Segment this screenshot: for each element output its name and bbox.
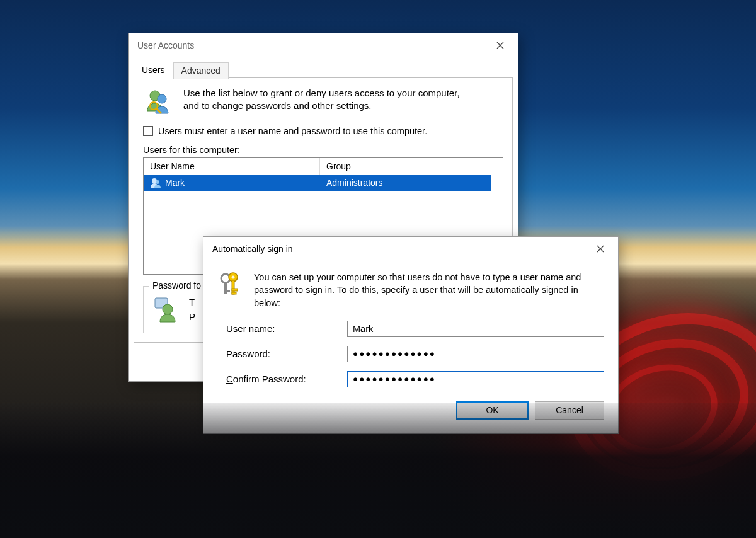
close-icon[interactable] xyxy=(587,239,614,258)
users-icon xyxy=(143,87,173,117)
confirm-password-field[interactable]: ●●●●●●●●●●●●● xyxy=(347,371,604,387)
tabs: Users Advanced xyxy=(129,57,518,77)
svg-point-7 xyxy=(163,304,173,314)
tab-users[interactable]: Users xyxy=(134,62,173,78)
svg-point-12 xyxy=(232,276,235,279)
confirm-password-label: Confirm Password: xyxy=(226,374,333,384)
svg-rect-15 xyxy=(232,292,236,294)
user-accounts-title: User Accounts xyxy=(137,40,486,50)
desktop-wallpaper: User Accounts Users Advanced xyxy=(0,0,756,538)
require-password-checkbox-row[interactable]: Users must enter a user name and passwor… xyxy=(143,126,503,136)
password-group-text-line1: T xyxy=(189,295,195,310)
user-row-group: Administrators xyxy=(320,175,491,191)
users-table-header: User Name Group xyxy=(144,158,503,175)
user-row-icon xyxy=(150,177,161,188)
ok-button[interactable]: OK xyxy=(456,401,529,420)
password-field[interactable]: ●●●●●●●●●●●●● xyxy=(347,346,604,362)
svg-rect-10 xyxy=(224,290,230,292)
password-groupbox-title: Password fo xyxy=(149,280,205,290)
cancel-button[interactable]: Cancel xyxy=(535,401,604,420)
user-row-name: Mark xyxy=(165,178,185,188)
svg-rect-14 xyxy=(232,289,238,291)
require-password-label: Users must enter a user name and passwor… xyxy=(158,126,427,136)
password-group-text-line2: P xyxy=(189,310,195,324)
tab-advanced[interactable]: Advanced xyxy=(173,62,229,79)
user-accounts-titlebar[interactable]: User Accounts xyxy=(129,33,518,57)
column-user-name[interactable]: User Name xyxy=(144,158,320,175)
require-password-checkbox[interactable] xyxy=(143,126,153,136)
auto-signin-titlebar[interactable]: Automatically sign in xyxy=(203,237,618,261)
user-name-label: User name: xyxy=(226,323,333,334)
user-name-field[interactable] xyxy=(347,321,604,337)
column-group[interactable]: Group xyxy=(320,158,491,175)
users-intro-text: Use the list below to grant or deny user… xyxy=(183,87,461,113)
auto-signin-intro: You can set up your computer so that use… xyxy=(254,271,581,309)
password-group-user-icon xyxy=(151,295,179,325)
keys-icon xyxy=(217,271,243,299)
svg-point-1 xyxy=(158,94,166,103)
close-icon[interactable] xyxy=(486,36,514,55)
svg-point-5 xyxy=(156,180,159,184)
table-row[interactable]: Mark Administrators xyxy=(144,175,503,191)
password-label: Password: xyxy=(226,348,333,359)
users-list-label: Users for this computer: xyxy=(143,145,503,155)
auto-signin-dialog: Automatically sign in xyxy=(203,236,619,434)
auto-signin-title: Automatically sign in xyxy=(212,244,587,254)
